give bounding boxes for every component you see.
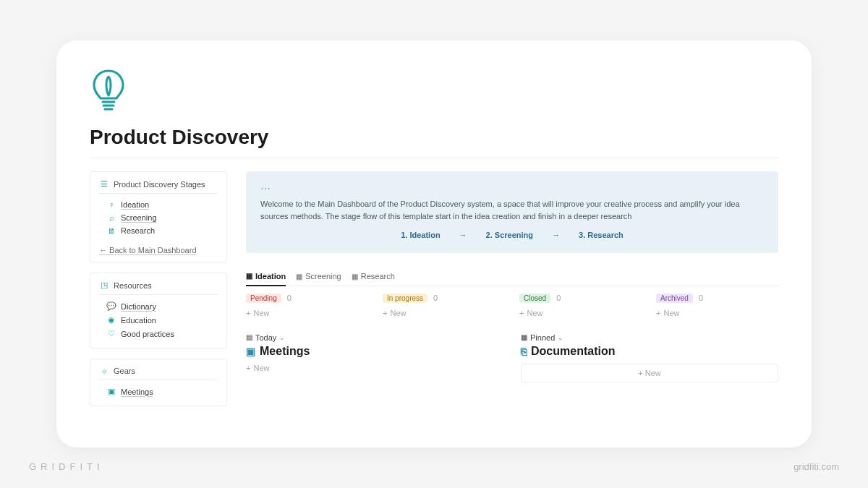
stages-header-label: Product Discovery Stages: [114, 180, 205, 189]
new-doc-button[interactable]: + New: [521, 364, 778, 382]
column-count: 0: [287, 294, 292, 302]
sidebar-item-education[interactable]: ◉ Education: [99, 313, 218, 327]
new-label: New: [527, 309, 542, 317]
tab-research[interactable]: ▦ Research: [352, 272, 395, 286]
watermark-url: gridfiti.com: [793, 461, 839, 472]
lower-sections: ▤ Today ⌄ ▣ Meetings +New ▦ Pinned ⌄: [246, 333, 778, 382]
resources-box: ◳ Resources 💬 Dictionary ◉ Education ♡ G…: [90, 273, 227, 348]
board-tabs: ▦ Ideation ▦ Screening ▦ Research: [246, 272, 778, 286]
column-label: Pending: [246, 294, 281, 303]
view-label: Today: [255, 333, 276, 342]
tab-ideation[interactable]: ▦ Ideation: [246, 272, 286, 286]
sidebar-item-research[interactable]: 🗎 Research: [99, 224, 218, 237]
callout-text: Welcome to the Main Dashboard of the Pro…: [260, 198, 764, 222]
sidebar-item-ideation[interactable]: ♀ Ideation: [99, 198, 218, 211]
stage-flow: 1. Ideation → 2. Screening → 3. Research: [260, 229, 764, 241]
flow-step-research[interactable]: 3. Research: [579, 229, 624, 241]
sidebar-item-dictionary[interactable]: 💬 Dictionary: [99, 299, 218, 313]
resources-header-label: Resources: [114, 281, 152, 290]
column-label: Closed: [519, 294, 550, 303]
back-to-dashboard-link[interactable]: ← Back to Main Dashboard: [99, 241, 218, 254]
board-icon: ▦: [246, 272, 252, 280]
plus-icon: +: [383, 309, 387, 317]
meetings-section: ▤ Today ⌄ ▣ Meetings +New: [246, 333, 503, 382]
chevron-down-icon: ⌄: [279, 334, 285, 341]
watermark-brand: GRIDFITI: [29, 461, 104, 472]
plus-icon: +: [656, 309, 660, 317]
documentation-title[interactable]: ⎘ Documentation: [521, 345, 778, 358]
lightbulb-icon: ♀: [106, 200, 116, 209]
stages-header: ☰ Product Discovery Stages: [99, 179, 218, 194]
callout-dots-icon: ⋯: [260, 181, 764, 197]
welcome-callout: ⋯ Welcome to the Main Dashboard of the P…: [246, 171, 778, 253]
tab-screening[interactable]: ▦ Screening: [296, 272, 341, 286]
globe-icon: ◉: [106, 315, 116, 325]
column-count: 0: [556, 294, 561, 302]
gears-header: ⟐ Gears: [99, 367, 218, 380]
sidebar-item-good-practices[interactable]: ♡ Good practices: [99, 327, 218, 341]
sidebar-item-screening[interactable]: ⌕ Screening: [99, 211, 218, 224]
board-icon: ▦: [352, 273, 358, 281]
arrow-right-icon: →: [459, 229, 467, 241]
tab-label: Research: [361, 272, 395, 281]
new-card-button[interactable]: +New: [246, 309, 368, 317]
chevron-down-icon: ⌄: [558, 334, 563, 341]
plus-icon: +: [246, 364, 250, 372]
arrow-right-icon: →: [552, 229, 560, 241]
column-closed: Closed 0 +New: [519, 294, 642, 317]
new-meeting-button[interactable]: +New: [246, 364, 503, 372]
sidebar-item-meetings[interactable]: ▣ Meetings: [99, 385, 218, 398]
box-icon: ◳: [99, 281, 109, 290]
title-divider: [90, 158, 778, 158]
column-in-progress: In progress 0 +New: [383, 294, 505, 317]
column-label: Archived: [656, 294, 693, 303]
column-count: 0: [699, 294, 703, 302]
view-selector-pinned[interactable]: ▦ Pinned ⌄: [521, 333, 778, 342]
stages-box: ☰ Product Discovery Stages ♀ Ideation ⌕ …: [90, 171, 227, 262]
section-title-label: Documentation: [531, 345, 615, 358]
sidebar-item-label: Dictionary: [121, 302, 156, 311]
link-icon: ⟐: [99, 367, 109, 375]
main-layout: ☰ Product Discovery Stages ♀ Ideation ⌕ …: [90, 171, 778, 406]
section-title-label: Meetings: [260, 345, 310, 358]
folder-icon: ⎘: [521, 346, 527, 357]
flow-step-screening[interactable]: 2. Screening: [486, 229, 533, 241]
column-pending: Pending 0 +New: [246, 294, 368, 317]
new-label: New: [390, 309, 406, 317]
calendar-icon: ▤: [246, 333, 252, 341]
new-card-button[interactable]: +New: [656, 309, 778, 317]
sidebar-item-label: Meetings: [121, 388, 153, 396]
sidebar-item-label: Screening: [121, 213, 157, 222]
gears-header-label: Gears: [114, 367, 135, 375]
flow-step-ideation[interactable]: 1. Ideation: [401, 229, 440, 241]
tab-label: Screening: [305, 272, 341, 281]
tab-label: Ideation: [255, 272, 286, 281]
pin-icon: ▦: [521, 333, 527, 341]
sidebar-item-label: Good practices: [121, 330, 174, 338]
new-label: New: [663, 309, 679, 317]
page-title: Product Discovery: [90, 126, 778, 149]
chat-icon: 💬: [106, 301, 116, 311]
resources-header: ◳ Resources: [99, 281, 218, 295]
app-card: Product Discovery ☰ Product Discovery St…: [56, 40, 812, 448]
new-card-button[interactable]: +New: [519, 309, 642, 317]
plus-icon: +: [519, 309, 524, 317]
list-icon: ☰: [99, 179, 109, 189]
meetings-title[interactable]: ▣ Meetings: [246, 345, 503, 358]
meeting-icon: ▣: [106, 387, 116, 396]
sidebar-item-label: Research: [121, 226, 155, 235]
plus-icon: +: [246, 309, 250, 317]
view-selector-today[interactable]: ▤ Today ⌄: [246, 333, 503, 342]
lightbulb-hero-icon: [90, 68, 778, 116]
kanban-board: Pending 0 +New In progress 0 +New Closed: [246, 294, 778, 317]
column-archived: Archived 0 +New: [656, 294, 778, 317]
meeting-icon: ▣: [246, 346, 255, 357]
magnifier-icon: ⌕: [106, 213, 116, 222]
sidebar-item-label: Ideation: [121, 200, 149, 209]
new-card-button[interactable]: +New: [383, 309, 505, 317]
gears-box: ⟐ Gears ▣ Meetings: [90, 359, 227, 406]
documentation-section: ▦ Pinned ⌄ ⎘ Documentation + New: [521, 333, 778, 382]
heart-icon: ♡: [106, 329, 116, 338]
sidebar-item-label: Education: [121, 316, 156, 325]
column-label: In progress: [383, 294, 427, 303]
